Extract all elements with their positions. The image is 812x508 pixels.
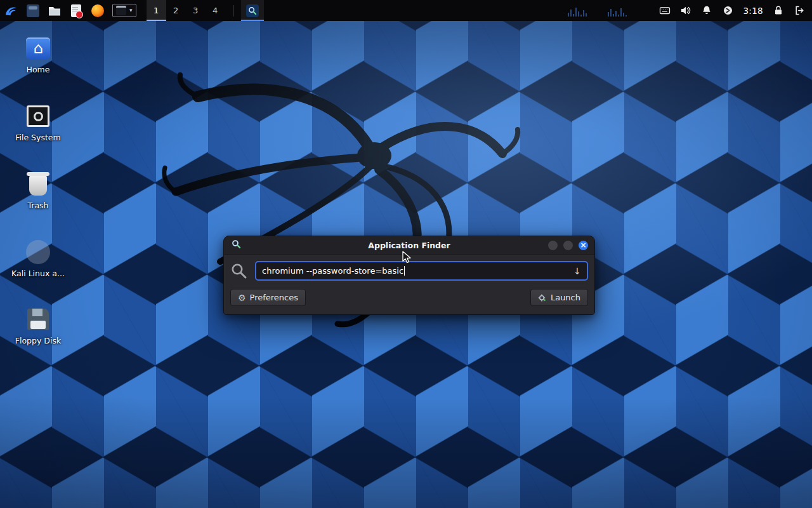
application-finder-task-icon <box>246 4 259 17</box>
panel-separator <box>233 5 233 17</box>
preferences-label: Preferences <box>250 293 298 302</box>
launch-button[interactable]: Launch <box>530 289 588 306</box>
desktop-icon-kali-linux[interactable]: Kali Linux a... <box>8 239 69 278</box>
system-tray: 3:18 <box>659 5 812 17</box>
firefox-icon <box>91 4 104 17</box>
desktop-icon-label: Kali Linux a... <box>8 269 69 278</box>
desktop-icon-file-system[interactable]: File System <box>8 104 69 142</box>
status-circle-icon[interactable] <box>722 5 733 17</box>
preferences-button[interactable]: ⚙ Preferences <box>230 289 306 306</box>
workspace-4-button[interactable]: 4 <box>206 0 225 21</box>
workspace-pager: 1 2 3 4 <box>147 0 225 21</box>
logout-icon[interactable] <box>794 5 805 17</box>
gear-icon: ⚙ <box>238 293 246 302</box>
home-folder-icon: ⌂ <box>26 37 50 59</box>
file-system-drive-icon <box>27 105 49 127</box>
window-manager-launcher[interactable] <box>26 4 40 18</box>
workspace-1-label: 1 <box>154 6 159 15</box>
maximize-button[interactable] <box>563 241 573 250</box>
terminal-dropdown-launcher[interactable]: ▾ <box>112 4 136 17</box>
clock[interactable]: 3:18 <box>743 6 763 16</box>
workspace-1-button[interactable]: 1 <box>147 0 166 21</box>
house-glyph: ⌂ <box>33 41 43 56</box>
desktop-icon-label: Floppy Disk <box>8 336 69 345</box>
keyboard-tray-icon[interactable] <box>659 5 671 17</box>
desktop-icon-label: Home <box>8 65 69 74</box>
desktop-root: ▾ 1 2 3 4 <box>0 0 812 508</box>
document-icon <box>71 4 81 17</box>
panel-launchers: ▾ <box>0 4 136 18</box>
close-button[interactable]: × <box>579 241 588 250</box>
workspace-3-label: 3 <box>193 6 198 15</box>
floppy-disk-icon <box>27 309 49 330</box>
terminal-icon <box>116 6 126 15</box>
kali-menu-button[interactable] <box>4 4 18 18</box>
application-finder-icon <box>232 239 241 251</box>
launch-icon <box>538 293 547 302</box>
titlebar[interactable]: Application Finder × <box>224 236 594 255</box>
system-monitor-graph <box>566 4 643 17</box>
volume-icon[interactable] <box>680 5 691 17</box>
firefox-launcher[interactable] <box>91 4 105 18</box>
workspace-2-button[interactable]: 2 <box>166 0 186 21</box>
chevron-down-icon: ▾ <box>129 8 133 13</box>
finder-body: chromium --password-store=basic ↓ ⚙ Pref… <box>224 255 594 314</box>
workspace-3-button[interactable]: 3 <box>186 0 206 21</box>
desktop-icon-floppy-disk[interactable]: Floppy Disk <box>8 307 69 345</box>
top-panel: ▾ 1 2 3 4 <box>0 0 812 21</box>
text-caret <box>404 266 405 276</box>
command-text: chromium --password-store=basic <box>262 266 403 276</box>
search-icon <box>230 262 248 280</box>
launch-label: Launch <box>551 293 580 302</box>
lock-screen-icon[interactable] <box>773 5 784 17</box>
notifications-bell-icon[interactable] <box>701 5 712 17</box>
desktop-icon-trash[interactable]: Trash <box>8 171 69 210</box>
window-title: Application Finder <box>224 241 594 250</box>
desktop-icon-label: Trash <box>8 201 69 210</box>
trash-can-icon <box>29 175 47 196</box>
kali-disc-icon <box>26 240 50 264</box>
desktop-icon-home[interactable]: ⌂ Home <box>8 36 69 74</box>
kali-logo-icon <box>4 4 18 18</box>
text-editor-launcher[interactable] <box>69 4 83 18</box>
minimize-button[interactable] <box>548 241 558 250</box>
window-controls: × <box>548 241 594 250</box>
command-input[interactable]: chromium --password-store=basic ↓ <box>255 261 588 281</box>
taskbar-application-finder[interactable] <box>241 0 264 21</box>
dropdown-arrow-icon[interactable]: ↓ <box>568 266 581 276</box>
application-finder-window: Application Finder × chromium --password… <box>223 236 595 315</box>
file-manager-launcher[interactable] <box>48 4 62 18</box>
window-icon <box>27 4 39 17</box>
folder-icon <box>48 5 61 17</box>
desktop-icon-label: File System <box>8 133 69 142</box>
close-icon: × <box>580 241 586 249</box>
workspace-4-label: 4 <box>213 6 218 15</box>
workspace-2-label: 2 <box>173 6 178 15</box>
